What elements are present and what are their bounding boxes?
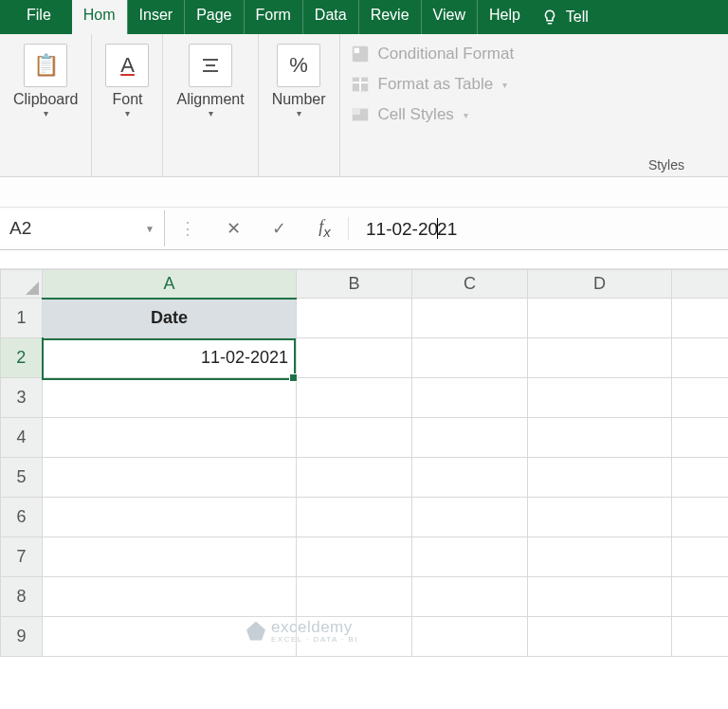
name-box-value: A2 [9,218,31,239]
row-header-4[interactable]: 4 [1,418,43,458]
row-header-1[interactable]: 1 [1,299,43,338]
tab-page-layout[interactable]: Page [184,0,243,34]
group-number: % Number ▾ [259,34,340,176]
watermark-icon [246,622,265,641]
tab-help[interactable]: Help [477,0,532,34]
row-header-5[interactable]: 5 [1,458,43,498]
cell-d1[interactable] [528,299,672,338]
tab-insert[interactable]: Inser [127,0,185,34]
watermark: exceldemy EXCEL · DATA · BI [246,618,358,644]
group-alignment: Alignment ▾ [163,34,258,176]
row-header-7[interactable]: 7 [1,537,43,577]
select-all-corner[interactable] [1,270,43,299]
tab-data[interactable]: Data [302,0,358,34]
row-header-2[interactable]: 2 [1,338,43,378]
cell-c2[interactable] [412,338,528,378]
row-header-6[interactable]: 6 [1,498,43,537]
column-header-d[interactable]: D [528,270,672,299]
tell-me[interactable]: Tell [532,0,598,34]
tab-review[interactable]: Revie [358,0,421,34]
percent-icon: % [277,44,320,87]
chevron-down-icon: ▾ [44,108,48,119]
format-as-table-button[interactable]: Format as Table▾ [350,74,722,95]
conditional-formatting-button[interactable]: Conditional Format [350,44,722,64]
row-header-3[interactable]: 3 [1,378,43,418]
alignment-button[interactable]: Alignment ▾ [176,44,244,119]
chevron-down-icon: ▾ [297,108,301,119]
formula-more-icon[interactable]: ⋮ [165,218,210,239]
cell-e1[interactable] [672,299,729,338]
cell-styles-button[interactable]: Cell Styles▾ [350,104,722,125]
clipboard-button[interactable]: 📋 Clipboard ▾ [13,44,78,119]
column-header-c[interactable]: C [412,270,528,299]
group-font: A Font ▾ [92,34,163,176]
confirm-edit-button[interactable]: ✓ [256,218,301,239]
row-header-9[interactable]: 9 [1,617,43,657]
ribbon: 📋 Clipboard ▾ A Font ▾ [0,34,728,177]
ribbon-tabs: File Hom Inser Page Form Data Revie View… [0,0,728,34]
row-header-8[interactable]: 8 [1,577,43,617]
font-label: Font [112,91,142,108]
cell-c1[interactable] [412,299,528,338]
tab-file[interactable]: File [0,0,72,34]
name-box[interactable]: A2 ▼ [0,210,165,246]
chevron-down-icon: ▾ [125,108,130,119]
cell-b1[interactable] [297,299,412,338]
cell-d2[interactable] [528,338,672,378]
font-button[interactable]: A Font ▾ [105,44,149,119]
number-label: Number [272,91,326,108]
cell-a1[interactable]: Date [43,299,297,338]
tab-formulas[interactable]: Form [244,0,302,34]
alignment-label: Alignment [176,91,244,108]
name-box-dropdown-icon[interactable]: ▼ [145,224,155,234]
column-header-e[interactable] [672,270,729,299]
cell-a2[interactable]: 11-02-2021 [43,338,297,378]
svg-rect-4 [354,48,359,54]
clipboard-label: Clipboard [13,91,78,108]
styles-group-label: Styles [350,157,722,173]
spreadsheet-grid[interactable]: A B C D 1 Date 2 11-02-2021 3 4 5 6 7 8 … [0,269,728,657]
lightbulb-icon [541,9,558,26]
chevron-down-icon: ▾ [209,108,213,119]
font-icon: A [105,44,149,87]
group-clipboard: 📋 Clipboard ▾ [0,34,92,176]
cell-b2[interactable] [297,338,412,378]
cancel-edit-button[interactable]: ✕ [210,218,256,239]
cell-e2[interactable] [672,338,729,378]
svg-rect-9 [352,109,359,115]
formula-input[interactable]: 11-02-2021 [349,218,457,240]
formula-bar: A2 ▼ ⋮ ✕ ✓ fx 11-02-2021 [0,208,728,250]
group-styles: Conditional Format Format as Table▾ Cell… [340,34,728,176]
insert-function-button[interactable]: fx [301,217,349,240]
column-header-b[interactable]: B [297,270,412,299]
number-button[interactable]: % Number ▾ [272,44,326,119]
tell-me-label: Tell [566,9,589,26]
conditional-formatting-icon [350,44,371,64]
table-icon [350,74,371,95]
tab-view[interactable]: View [421,0,477,34]
alignment-icon [189,44,232,87]
cell-styles-icon [350,104,371,125]
tab-home[interactable]: Hom [72,0,127,34]
column-header-a[interactable]: A [43,270,297,299]
clipboard-icon: 📋 [24,44,67,87]
